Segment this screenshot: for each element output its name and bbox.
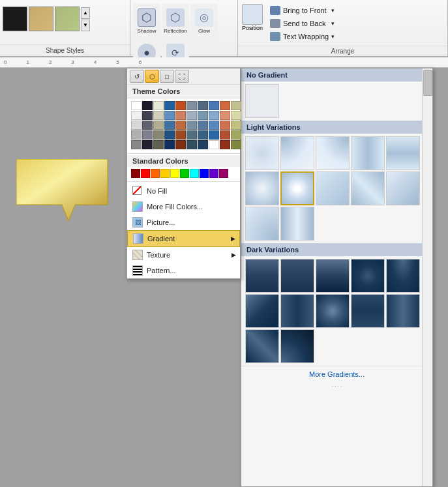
light-grad-12[interactable] — [280, 207, 314, 241]
color-grey1[interactable] — [187, 101, 197, 110]
std-cyan[interactable] — [190, 169, 199, 178]
tc-r5-c9[interactable] — [220, 140, 230, 149]
tc-r3-c8[interactable] — [209, 121, 219, 130]
text-wrapping-btn[interactable]: Text Wrapping ▾ — [267, 30, 338, 43]
light-grad-6[interactable] — [245, 171, 279, 205]
swatch-scroll-more[interactable]: ▼ — [81, 20, 90, 31]
color-med-blue[interactable] — [209, 101, 219, 110]
tc-r3-c3[interactable] — [153, 121, 164, 130]
tc-r4-c9[interactable] — [220, 130, 230, 140]
dark-grad-2[interactable] — [280, 259, 314, 293]
tc-r2-c4[interactable] — [164, 111, 175, 120]
qa-square[interactable]: □ — [160, 70, 174, 83]
dark-grad-10[interactable] — [386, 294, 420, 328]
tc-r4-c8[interactable] — [209, 130, 219, 140]
color-white[interactable] — [131, 101, 142, 110]
light-grad-2[interactable] — [280, 136, 314, 170]
std-brightyellow[interactable] — [170, 169, 179, 178]
tc-r5-c6[interactable] — [187, 140, 197, 149]
tc-r5-c4[interactable] — [164, 140, 175, 149]
dark-grad-9[interactable] — [351, 294, 385, 328]
tc-r2-c10[interactable] — [231, 111, 241, 120]
tc-r4-c4[interactable] — [164, 130, 175, 140]
position-btn[interactable]: Position — [241, 3, 264, 43]
dark-grad-3[interactable] — [316, 259, 350, 293]
send-to-back-btn[interactable]: Send to Back ▾ — [267, 17, 338, 30]
no-gradient-cell[interactable] — [245, 84, 279, 118]
light-grad-1[interactable] — [245, 136, 279, 170]
tc-r5-c3[interactable] — [153, 140, 164, 149]
tc-r5-c5[interactable] — [175, 140, 186, 149]
scrollbar-thumb[interactable] — [423, 70, 432, 96]
tc-r2-c3[interactable] — [153, 111, 164, 120]
tc-r5-c8[interactable] — [209, 140, 219, 149]
swatch-scroll-up[interactable]: ▲ — [81, 7, 90, 19]
std-red[interactable] — [141, 169, 150, 178]
color-orange1[interactable] — [220, 101, 230, 110]
light-grad-4[interactable] — [351, 136, 385, 170]
tc-r3-c4[interactable] — [164, 121, 175, 130]
color-dark1[interactable] — [142, 101, 153, 110]
std-green[interactable] — [180, 169, 189, 178]
color-light1[interactable] — [153, 101, 164, 110]
tc-r4-c7[interactable] — [198, 130, 208, 140]
no-fill-item[interactable]: No Fill — [127, 183, 240, 199]
gradient-scrollbar[interactable] — [422, 68, 432, 486]
tc-r3-c2[interactable] — [142, 121, 153, 130]
std-purple[interactable] — [209, 169, 218, 178]
dark-grad-7[interactable] — [280, 294, 314, 328]
tc-r3-c10[interactable] — [231, 121, 241, 130]
more-fill-colors-item[interactable]: More Fill Colors... — [127, 199, 240, 214]
bring-to-front-btn[interactable]: Bring to Front ▾ — [267, 4, 338, 17]
light-grad-11[interactable] — [245, 207, 279, 241]
tc-r3-c1[interactable] — [131, 121, 142, 130]
tc-r5-c7[interactable] — [198, 140, 208, 149]
qa-rotate-left[interactable]: ↺ — [130, 70, 144, 83]
tc-r3-c6[interactable] — [187, 121, 197, 130]
dark-grad-12[interactable] — [280, 329, 314, 363]
swatch-tan[interactable] — [29, 7, 53, 31]
qa-active-tool[interactable]: ⬡ — [145, 70, 159, 83]
tc-r2-c9[interactable] — [220, 111, 230, 120]
std-blue[interactable] — [200, 169, 209, 178]
std-orange[interactable] — [151, 169, 160, 178]
light-grad-3[interactable] — [316, 136, 350, 170]
std-darkred[interactable] — [131, 169, 140, 178]
tc-r2-c1[interactable] — [131, 111, 142, 120]
3d-shadow-btn[interactable]: ⬡ Shadow — [133, 4, 160, 38]
swatch-black[interactable] — [3, 7, 27, 31]
tc-r3-c7[interactable] — [198, 121, 208, 130]
tc-r4-c1[interactable] — [131, 130, 142, 140]
dark-grad-8[interactable] — [316, 294, 350, 328]
dark-grad-4[interactable] — [351, 259, 385, 293]
picture-item[interactable]: 🖼 Picture... — [127, 214, 240, 230]
light-grad-9[interactable] — [351, 171, 385, 205]
dark-grad-6[interactable] — [245, 294, 279, 328]
swatch-green[interactable] — [55, 7, 80, 31]
tc-r4-c3[interactable] — [153, 130, 164, 140]
std-magenta[interactable] — [219, 169, 228, 178]
3d-reflection-btn[interactable]: ⬡ Reflection — [162, 4, 189, 38]
tc-r4-c10[interactable] — [231, 130, 241, 140]
tc-r2-c2[interactable] — [142, 111, 153, 120]
color-red1[interactable] — [175, 101, 186, 110]
tc-r5-c2[interactable] — [142, 140, 153, 149]
qa-expand[interactable]: ⛶ — [175, 70, 189, 83]
tc-r4-c5[interactable] — [175, 130, 186, 140]
tc-r2-c8[interactable] — [209, 111, 219, 120]
tc-r3-c5[interactable] — [175, 121, 186, 130]
tc-r4-c2[interactable] — [142, 130, 153, 140]
tc-r5-c10[interactable] — [231, 140, 241, 149]
tc-r3-c9[interactable] — [220, 121, 230, 130]
std-yellow[interactable] — [160, 169, 170, 178]
color-sage[interactable] — [231, 101, 241, 110]
light-grad-10[interactable] — [386, 171, 420, 205]
tc-r4-c6[interactable] — [187, 130, 197, 140]
dark-grad-1[interactable] — [245, 259, 279, 293]
dark-grad-5[interactable] — [386, 259, 420, 293]
tc-r2-c7[interactable] — [198, 111, 208, 120]
color-slate1[interactable] — [198, 101, 208, 110]
pattern-item[interactable]: Pattern... — [127, 263, 240, 278]
tc-r2-c5[interactable] — [175, 111, 186, 120]
light-grad-8[interactable] — [316, 171, 350, 205]
